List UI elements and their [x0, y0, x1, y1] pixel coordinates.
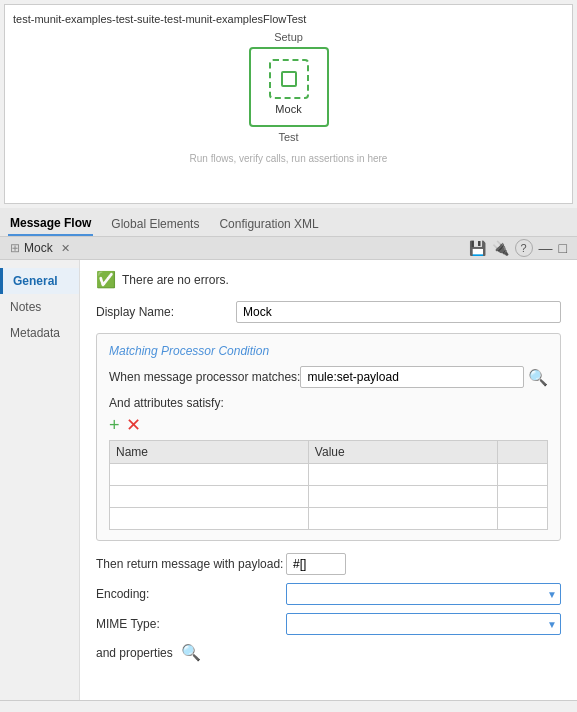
sidebar-item-metadata[interactable]: Metadata [0, 320, 79, 346]
mock-icon-inner [281, 71, 297, 87]
display-name-row: Display Name: [96, 301, 561, 323]
sidebar: General Notes Metadata [0, 260, 80, 700]
table-row [110, 508, 548, 530]
attributes-table: Name Value [109, 440, 548, 530]
mock-box[interactable]: Mock [249, 47, 329, 127]
table-cell-extra [498, 464, 548, 486]
delete-attribute-button[interactable]: ✕ [126, 416, 141, 434]
tab-message-flow[interactable]: Message Flow [8, 212, 93, 236]
editor-tab-icons: 💾 🔌 ? — □ [469, 239, 573, 257]
mime-row: MIME Type: ▼ [96, 613, 561, 635]
status-bar: ✅ There are no errors. [96, 270, 561, 289]
tab-configuration-xml[interactable]: Configuration XML [217, 213, 320, 235]
minimize-icon[interactable]: — [539, 240, 553, 256]
processor-input-wrap: 🔍 [300, 366, 548, 388]
display-name-label: Display Name: [96, 305, 236, 319]
tab-bar: Message Flow Global Elements Configurati… [0, 208, 577, 237]
encoding-select-wrap: ▼ [286, 583, 561, 605]
processor-row: When message processor matches: 🔍 [109, 366, 548, 388]
attributes-label: And attributes satisfy: [109, 396, 548, 410]
processor-input[interactable] [300, 366, 524, 388]
matching-section-heading: Matching Processor Condition [109, 344, 548, 358]
mock-icon [269, 59, 309, 99]
payload-row: Then return message with payload: [96, 553, 561, 575]
table-cell-value[interactable] [308, 486, 497, 508]
table-row [110, 486, 548, 508]
add-attribute-button[interactable]: + [109, 416, 120, 434]
mime-select-wrap: ▼ [286, 613, 561, 635]
table-cell-name[interactable] [110, 486, 309, 508]
payload-label: Then return message with payload: [96, 557, 286, 571]
save-icon[interactable]: 💾 [469, 240, 486, 256]
table-cell-name[interactable] [110, 464, 309, 486]
flow-container: Setup Mock Test Run flows, verify calls,… [13, 31, 564, 164]
flow-description: Run flows, verify calls, run assertions … [190, 153, 388, 164]
sidebar-item-notes[interactable]: Notes [0, 294, 79, 320]
processor-label: When message processor matches: [109, 370, 300, 384]
editor-tab-header: ⊞ Mock ✕ 💾 🔌 ? — □ [0, 237, 577, 260]
editor-tab-left: ⊞ Mock ✕ [4, 237, 76, 259]
matching-section: Matching Processor Condition When messag… [96, 333, 561, 541]
mime-label: MIME Type: [96, 617, 286, 631]
status-text: There are no errors. [122, 273, 229, 287]
and-props-label: and properties [96, 646, 173, 660]
table-cell-value[interactable] [308, 464, 497, 486]
editor-tab-label: Mock [24, 241, 53, 255]
flow-title: test-munit-examples-test-suite-test-muni… [13, 13, 564, 25]
editor-content: General Notes Metadata ✅ There are no er… [0, 260, 577, 700]
table-cell-name[interactable] [110, 508, 309, 530]
table-row [110, 464, 548, 486]
return-section: Then return message with payload: Encodi… [96, 553, 561, 662]
sidebar-item-general[interactable]: General [0, 268, 79, 294]
close-tab-button[interactable]: ✕ [61, 242, 70, 255]
status-icon: ✅ [96, 270, 116, 289]
processor-search-button[interactable]: 🔍 [528, 368, 548, 387]
col-value: Value [308, 441, 497, 464]
and-props-row: and properties 🔍 [96, 643, 561, 662]
table-cell-value[interactable] [308, 508, 497, 530]
and-props-search-button[interactable]: 🔍 [181, 643, 201, 662]
grid-icon: ⊞ [10, 241, 20, 255]
editor-area: ⊞ Mock ✕ 💾 🔌 ? — □ General Notes Metadat… [0, 237, 577, 701]
col-extra [498, 441, 548, 464]
encoding-row: Encoding: ▼ [96, 583, 561, 605]
payload-input[interactable] [286, 553, 346, 575]
help-icon[interactable]: ? [515, 239, 533, 257]
col-name: Name [110, 441, 309, 464]
tab-global-elements[interactable]: Global Elements [109, 213, 201, 235]
display-name-input[interactable] [236, 301, 561, 323]
test-label: Test [278, 131, 298, 143]
toolbar-row: + ✕ [109, 416, 548, 434]
table-cell-extra [498, 508, 548, 530]
setup-label: Setup [274, 31, 303, 43]
mock-box-label: Mock [275, 103, 301, 115]
table-cell-extra [498, 486, 548, 508]
mime-select[interactable] [286, 613, 561, 635]
connector-icon[interactable]: 🔌 [492, 240, 509, 256]
encoding-select[interactable] [286, 583, 561, 605]
encoding-label: Encoding: [96, 587, 286, 601]
maximize-icon[interactable]: □ [559, 240, 567, 256]
form-area: ✅ There are no errors. Display Name: Mat… [80, 260, 577, 700]
canvas-area: test-munit-examples-test-suite-test-muni… [4, 4, 573, 204]
